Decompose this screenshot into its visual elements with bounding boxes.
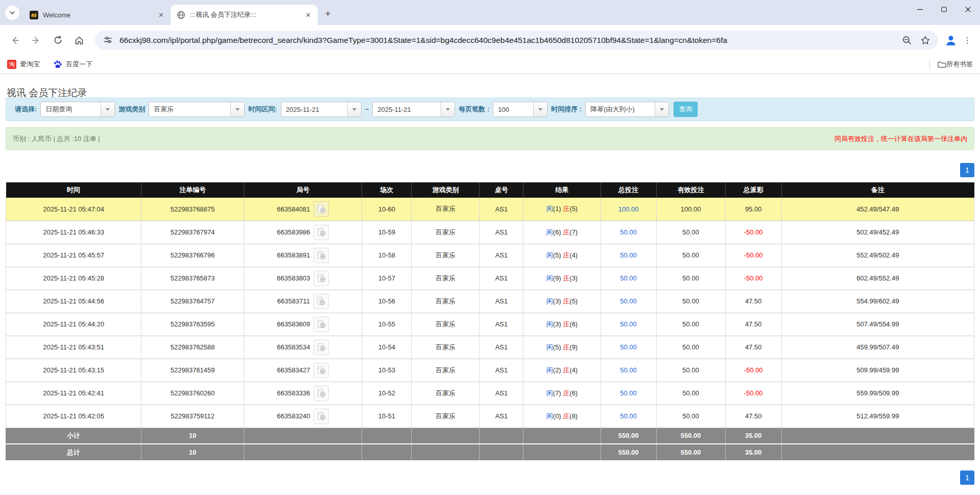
address-bar[interactable]: 66cxkj98.com/ipl/portal.php/game/betreco… bbox=[95, 31, 938, 50]
cell-note: 459.99/507.49 bbox=[781, 336, 974, 359]
subtotal-payout: 35.00 bbox=[725, 428, 781, 444]
date-from-select[interactable]: 2025-11-21 bbox=[281, 102, 362, 117]
video-replay-button[interactable] bbox=[314, 386, 329, 401]
tab-search-button[interactable] bbox=[5, 6, 19, 20]
bookmarks-bar: 淘 爱淘宝 百度一下 所有书签 bbox=[0, 55, 980, 74]
dropdown-arrow-icon[interactable] bbox=[655, 102, 668, 116]
total-bet-link[interactable]: 50.00 bbox=[620, 251, 637, 259]
cell-payout: 47.50 bbox=[725, 336, 781, 359]
total-bet-link[interactable]: 50.00 bbox=[620, 320, 637, 328]
total-bet-link[interactable]: 50.00 bbox=[620, 366, 637, 374]
window-close-button[interactable] bbox=[956, 0, 980, 18]
pagination-top: 1 bbox=[6, 163, 974, 177]
bookmark-taobao[interactable]: 淘 爱淘宝 bbox=[7, 60, 40, 69]
round-id: 663583803 bbox=[277, 274, 310, 282]
back-button[interactable] bbox=[5, 31, 25, 50]
cell-result: 闲(0) 庄(8) bbox=[523, 405, 601, 428]
page-size-label: 每页笔数 : bbox=[459, 105, 489, 114]
video-replay-button[interactable] bbox=[314, 225, 329, 240]
video-replay-button[interactable] bbox=[314, 340, 329, 355]
game-type-select[interactable]: 百家乐 bbox=[149, 102, 245, 117]
cell-note: 552.49/502.49 bbox=[781, 244, 974, 267]
video-replay-button[interactable] bbox=[314, 248, 329, 263]
dropdown-arrow-icon[interactable] bbox=[533, 102, 547, 116]
cell-game-type: 百家乐 bbox=[412, 336, 480, 359]
window-maximize-button[interactable] bbox=[932, 0, 956, 18]
result-banker: 庄 bbox=[563, 297, 569, 305]
new-tab-button[interactable]: + bbox=[321, 7, 335, 21]
total-bet-link[interactable]: 50.00 bbox=[620, 228, 637, 236]
table-row: 2025-11-21 05:42:05522983759112663583240… bbox=[6, 405, 974, 428]
cell-time: 2025-11-21 05:42:05 bbox=[6, 405, 141, 428]
cell-payout: -50.00 bbox=[725, 382, 781, 405]
tab-strip: Welcome ✕ :::视讯 会员下注纪录::: ✕ + bbox=[0, 0, 980, 25]
dropdown-arrow-icon[interactable] bbox=[101, 102, 114, 116]
total-bet-link[interactable]: 50.00 bbox=[620, 412, 637, 420]
page-number-button[interactable]: 1 bbox=[960, 470, 974, 485]
window-controls bbox=[908, 0, 980, 18]
home-button[interactable] bbox=[69, 31, 89, 50]
total-bet-link[interactable]: 50.00 bbox=[620, 389, 637, 397]
total-bet-link[interactable]: 50.00 bbox=[620, 274, 637, 282]
cell-round-id: 663583240 bbox=[244, 405, 362, 428]
dropdown-arrow-icon[interactable] bbox=[347, 102, 361, 116]
total-bet-link[interactable]: 50.00 bbox=[620, 343, 637, 351]
dropdown-arrow-icon[interactable] bbox=[441, 102, 455, 116]
cell-result: 闲(3) 庄(5) bbox=[523, 290, 601, 313]
page-number-button[interactable]: 1 bbox=[960, 163, 974, 177]
result-player: 闲 bbox=[546, 228, 553, 236]
bookmark-baidu[interactable]: 百度一下 bbox=[53, 60, 92, 69]
cell-session: 10-54 bbox=[362, 336, 412, 359]
header-note: 备注 bbox=[781, 182, 974, 198]
forward-button[interactable] bbox=[27, 31, 46, 50]
cell-result: 闲(5) 庄(4) bbox=[523, 244, 601, 267]
tab-close-icon[interactable]: ✕ bbox=[157, 11, 165, 19]
cell-valid-bet: 100.00 bbox=[656, 198, 725, 221]
cell-session: 10-57 bbox=[362, 267, 412, 290]
bookmark-label: 爱淘宝 bbox=[20, 60, 40, 69]
header-payout: 总派彩 bbox=[725, 182, 781, 198]
page-size-select[interactable]: 100 bbox=[493, 102, 547, 117]
site-settings-icon[interactable] bbox=[102, 35, 113, 46]
video-replay-button[interactable] bbox=[314, 317, 329, 332]
cell-round-id: 663583711 bbox=[244, 290, 362, 313]
cell-result: 闲(1) 庄(5) bbox=[523, 198, 601, 221]
query-button[interactable]: 查询 bbox=[674, 102, 698, 117]
round-id: 663583711 bbox=[277, 297, 310, 305]
video-replay-button[interactable] bbox=[314, 409, 329, 424]
refresh-button[interactable] bbox=[48, 31, 67, 50]
date-tilde: ~ bbox=[365, 106, 369, 113]
tab-betrecord[interactable]: :::视讯 会员下注纪录::: ✕ bbox=[171, 5, 318, 25]
cell-note: 554.99/602.49 bbox=[781, 290, 974, 313]
browser-menu-icon[interactable]: ⋮ bbox=[960, 32, 975, 49]
cell-bet-id: 522983759112 bbox=[141, 405, 244, 428]
cell-valid-bet: 50.00 bbox=[656, 359, 725, 382]
zoom-out-icon[interactable] bbox=[901, 35, 913, 46]
currency-summary-text: 币别 : 人民币 | 总共 :10 注单 | bbox=[13, 134, 100, 144]
video-replay-button[interactable] bbox=[314, 363, 329, 378]
video-replay-button[interactable] bbox=[314, 271, 329, 286]
subtotal-count: 10 bbox=[141, 428, 244, 444]
window-minimize-button[interactable] bbox=[908, 0, 932, 18]
tab-welcome[interactable]: Welcome ✕ bbox=[23, 5, 171, 25]
cell-valid-bet: 50.00 bbox=[656, 267, 725, 290]
tab-close-icon[interactable]: ✕ bbox=[304, 11, 313, 19]
sort-select[interactable]: 降幂(由大到小) bbox=[585, 102, 669, 117]
cell-payout: 47.50 bbox=[725, 405, 781, 428]
cell-bet-id: 522983767974 bbox=[141, 221, 244, 244]
date-to-select[interactable]: 2025-11-21 bbox=[372, 102, 455, 117]
total-bet-link[interactable]: 50.00 bbox=[620, 297, 637, 305]
bookmark-star-icon[interactable] bbox=[920, 35, 931, 46]
total-bet-link[interactable]: 100.00 bbox=[618, 205, 639, 213]
tab-title: Welcome bbox=[43, 11, 157, 19]
video-replay-button[interactable] bbox=[314, 201, 329, 217]
cell-time: 2025-11-21 05:47:04 bbox=[6, 198, 141, 221]
query-type-select[interactable]: 日期查询 bbox=[40, 102, 115, 117]
home-icon bbox=[74, 35, 84, 45]
all-bookmarks[interactable]: 所有书签 bbox=[929, 60, 973, 69]
profile-avatar[interactable] bbox=[942, 32, 960, 49]
dropdown-arrow-icon[interactable] bbox=[230, 102, 244, 116]
url-text: 66cxkj98.com/ipl/portal.php/game/betreco… bbox=[119, 36, 894, 45]
video-replay-button[interactable] bbox=[314, 294, 329, 309]
note-warning-text: 同局有效投注，统一计算在该局第一张注单内 bbox=[834, 134, 967, 144]
